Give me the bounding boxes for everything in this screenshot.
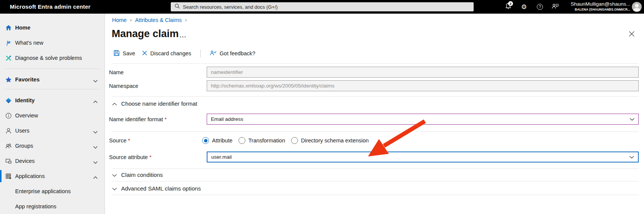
source-attribute-select[interactable]: user.mail (207, 152, 639, 162)
info-icon (5, 112, 12, 119)
section-label: Advanced SAML claims options (121, 185, 201, 192)
chevron-down-icon (93, 159, 98, 165)
source-label: Source* (109, 137, 130, 144)
crossed-wrench-icon (5, 55, 12, 61)
search-icon (175, 3, 180, 10)
breadcrumb: Home › Attributes & Claims › (112, 17, 187, 23)
sidebar-item-diagnose[interactable]: Diagnose & solve problems (0, 50, 104, 66)
close-panel-button[interactable] (628, 31, 635, 38)
save-button[interactable]: Save (112, 50, 137, 57)
sidebar-item-enterprise-applications[interactable]: Enterprise applications (0, 184, 104, 199)
sidebar-item-label: Devices (15, 158, 35, 164)
avatar-body-shape (633, 8, 641, 12)
settings-button[interactable]: ⚙ (520, 3, 528, 11)
sidebar-item-home[interactable]: Home (0, 20, 104, 35)
required-asterisk: * (128, 137, 130, 144)
ellipsis-icon (179, 33, 186, 39)
avatar-head-shape (635, 4, 639, 8)
name-value: nameidentifier (211, 69, 243, 75)
sidebar-item-users[interactable]: Users (0, 123, 104, 138)
section-label: Claim conditions (121, 172, 163, 178)
save-icon (114, 50, 120, 57)
megaphone-icon (5, 40, 12, 46)
sidebar-nav: Home What's new Diagnose & solve problem… (0, 14, 105, 214)
sidebar-item-applications[interactable]: Applications (0, 169, 104, 184)
divider (112, 195, 639, 195)
discard-changes-button[interactable]: Discard changes (140, 50, 193, 57)
selected-option: Email address (211, 116, 243, 122)
sidebar-item-overview[interactable]: Overview (0, 108, 104, 123)
command-bar: Save Discard changes Got feedback? (112, 48, 257, 59)
section-label: Choose name identifier format (121, 100, 197, 107)
sidebar-item-label: Overview (15, 112, 38, 119)
toolbar-divider (200, 50, 201, 57)
radio-unselected-icon (291, 137, 298, 144)
required-asterisk: * (149, 154, 151, 160)
account-menu[interactable]: ShaunMulligan@shauns... BALENA (SHAUNSAN… (532, 1, 630, 12)
discard-x-icon (142, 50, 147, 57)
breadcrumb-home-link[interactable]: Home (112, 17, 127, 23)
sidebar-item-label: Users (15, 128, 30, 134)
sidebar-item-label: Enterprise applications (15, 188, 71, 194)
namespace-row: Namespace http://schemas.xmlsoap.org/ws/… (105, 80, 644, 91)
sidebar-item-devices[interactable]: Devices (0, 153, 104, 169)
divider (112, 181, 639, 181)
sidebar-item-label: What's new (15, 40, 44, 46)
breadcrumb-separator-icon: › (185, 17, 187, 23)
chevron-down-icon (93, 129, 98, 135)
sidebar-divider (5, 89, 100, 89)
avatar[interactable] (632, 2, 642, 12)
chevron-down-icon (112, 185, 117, 192)
sidebar-item-groups[interactable]: Groups (0, 138, 104, 153)
global-search-input[interactable]: Search resources, services, and docs (G+… (171, 2, 474, 11)
home-icon (5, 25, 12, 31)
radio-selected-icon (202, 137, 209, 144)
divider (112, 96, 639, 97)
divider (112, 63, 639, 64)
sidebar-item-label: Home (15, 25, 30, 31)
notifications-button[interactable]: 2 (504, 3, 512, 11)
radio-label: Directory schema extension (301, 137, 369, 144)
feedback-person-icon (210, 50, 217, 57)
source-radio-group: Attribute Transformation Directory schem… (202, 137, 369, 144)
sidebar-item-favorites[interactable]: Favorites (0, 72, 104, 87)
section-claim-conditions[interactable]: Claim conditions (112, 170, 163, 179)
name-label: Name (109, 69, 124, 75)
more-options-button[interactable] (179, 33, 188, 39)
breadcrumb-separator-icon: › (130, 17, 132, 23)
name-identifier-format-select[interactable]: Email address (207, 114, 639, 125)
sidebar-item-whats-new[interactable]: What's new (0, 35, 104, 50)
search-placeholder: Search resources, services, and docs (G+… (183, 4, 278, 10)
apps-grid-icon (5, 173, 12, 180)
sidebar-divider (5, 69, 100, 69)
name-row: Name nameidentifier (105, 67, 644, 78)
top-bar: Microsoft Entra admin center Search reso… (0, 0, 644, 14)
manage-claim-panel: Home › Attributes & Claims › Manage clai… (105, 14, 644, 214)
chevron-down-icon (630, 116, 635, 122)
page-title: Manage claim (112, 28, 179, 40)
got-feedback-button[interactable]: Got feedback? (208, 50, 257, 57)
selected-option: user.mail (211, 154, 232, 160)
sidebar-item-label: Identity (15, 97, 35, 103)
got-feedback-label: Got feedback? (220, 50, 255, 56)
section-choose-name-identifier-format[interactable]: Choose name identifier format (112, 99, 197, 108)
sidebar-item-identity[interactable]: Identity (0, 93, 104, 108)
radio-option-transformation[interactable]: Transformation (239, 137, 285, 144)
breadcrumb-parent-link[interactable]: Attributes & Claims (135, 17, 182, 23)
sidebar-item-label: Applications (15, 173, 45, 179)
close-icon (629, 31, 635, 38)
sidebar-item-label: Diagnose & solve problems (15, 55, 82, 61)
sidebar-item-app-registrations[interactable]: App registrations (0, 199, 104, 214)
radio-option-directory-schema-extension[interactable]: Directory schema extension (291, 137, 369, 144)
radio-option-attribute[interactable]: Attribute (202, 137, 232, 144)
namespace-input: http://schemas.xmlsoap.org/ws/2005/05/id… (207, 80, 639, 91)
section-advanced-saml-claims-options[interactable]: Advanced SAML claims options (112, 184, 201, 193)
person-icon (5, 128, 12, 134)
required-asterisk: * (165, 116, 167, 122)
identity-diamond-icon (5, 97, 12, 104)
radio-label: Transformation (248, 137, 285, 144)
sidebar-item-label: Groups (15, 143, 33, 149)
chevron-down-icon (112, 172, 117, 178)
namespace-label: Namespace (109, 83, 138, 89)
chevron-down-icon (93, 78, 98, 84)
